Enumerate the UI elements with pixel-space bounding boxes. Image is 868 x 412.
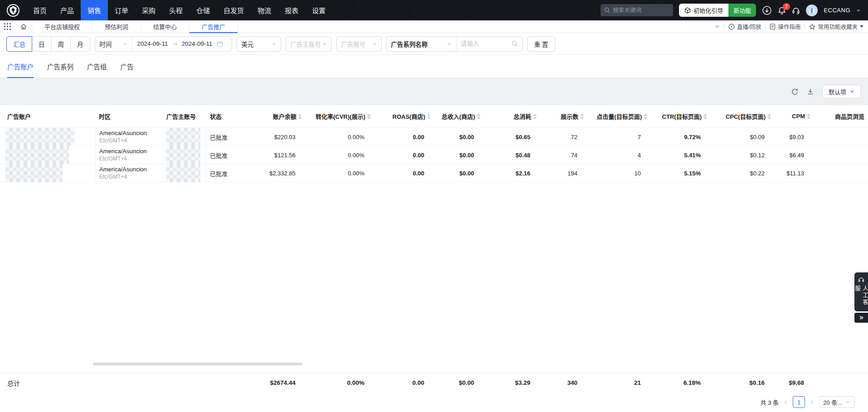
divider	[805, 24, 805, 29]
table-row[interactable]: America/AsuncionEtc/GMT+4 已批准 $2,332.85 …	[0, 164, 868, 182]
nav-item-first-leg[interactable]: 头程	[162, 0, 189, 20]
subtab-ad-account[interactable]: 广告账户	[7, 55, 34, 78]
app-logo-icon[interactable]	[0, 4, 26, 17]
table-row[interactable]: America/AsuncionEtc/GMT+4 已批准 $220.03 0.…	[0, 128, 868, 146]
init-guide-button[interactable]: 初始化引导	[679, 4, 728, 17]
search-icon[interactable]	[512, 41, 518, 47]
play-circle-icon	[728, 24, 735, 30]
nav-item-self-shipping[interactable]: 自发货	[217, 0, 251, 20]
range-summary-button[interactable]: 汇总	[6, 36, 32, 52]
nav-item-sales[interactable]: 销售	[81, 0, 108, 20]
sort-icon[interactable]	[703, 114, 707, 119]
operation-guide-link[interactable]: 操作指南	[770, 22, 800, 31]
new-feature-button[interactable]: 新功能	[728, 4, 756, 17]
workspace-tab-settlement[interactable]: 结算中心	[141, 20, 189, 33]
download-circle-icon[interactable]	[762, 5, 772, 15]
nav-item-warehouse[interactable]: 仓储	[189, 0, 217, 20]
cvr-cell: 0.00%	[303, 152, 372, 159]
col-header-ctr[interactable]: CTR(目标页面)	[648, 112, 708, 121]
export-download-icon[interactable]	[807, 88, 814, 95]
global-search[interactable]	[601, 4, 673, 16]
timezone-cell: America/AsuncionEtc/GMT+4	[95, 164, 164, 182]
nav-item-purchasing[interactable]: 采购	[135, 0, 162, 20]
divider	[765, 24, 766, 29]
subtab-ad-group[interactable]: 广告组	[87, 55, 107, 78]
notification-bell-icon[interactable]: 2	[778, 6, 786, 15]
sort-icon[interactable]	[767, 114, 771, 119]
filter-bar: 汇总 日 周 月 时间 2024-09-11 2024-09-11	[0, 33, 868, 55]
account-chevron-icon[interactable]	[856, 8, 861, 13]
campaign-field-select[interactable]: 广告系列名称	[387, 37, 456, 51]
sort-icon[interactable]	[477, 114, 480, 119]
col-header-impressions[interactable]: 展示数	[538, 112, 585, 121]
nav-item-home[interactable]: 首页	[26, 0, 53, 20]
col-header-clicks[interactable]: 点击量(目标页面)	[585, 112, 648, 121]
search-input[interactable]	[613, 7, 667, 14]
subtab-campaign[interactable]: 广告系列	[47, 55, 73, 78]
range-day-button[interactable]: 日	[32, 36, 52, 52]
sort-icon[interactable]	[298, 114, 302, 119]
collapse-panel-button[interactable]	[854, 313, 868, 323]
account-name[interactable]: ECCANG	[824, 7, 850, 14]
col-header-cpm[interactable]: CPM	[772, 113, 811, 120]
date-range-picker[interactable]: 2024-09-11 2024-09-11	[132, 37, 232, 51]
chevron-down-icon	[846, 400, 850, 404]
subtab-ad[interactable]: 广告	[121, 55, 134, 78]
col-header-cvr[interactable]: 转化率(CVR)(展示)	[303, 112, 372, 121]
sort-icon[interactable]	[367, 114, 371, 119]
page-number-button[interactable]: 1	[793, 396, 805, 408]
cube-icon	[684, 7, 691, 14]
sort-icon[interactable]	[644, 114, 647, 119]
user-avatar[interactable]	[806, 5, 818, 16]
col-header-spend[interactable]: 总消耗	[481, 112, 538, 121]
range-month-button[interactable]: 月	[70, 36, 90, 52]
total-cpc: $0.16	[708, 379, 772, 386]
refresh-icon[interactable]	[791, 88, 799, 96]
table-row[interactable]: America/AsuncionEtc/GMT+4 已批准 $121.56 0.…	[0, 146, 868, 164]
range-week-button[interactable]: 周	[51, 36, 71, 52]
tabbar-right-cluster: 直播/回放 操作指南 常用功能收藏夹	[715, 20, 868, 33]
customer-service-label: 人工客服	[853, 286, 868, 311]
next-page-icon[interactable]	[810, 400, 815, 405]
sort-icon[interactable]	[580, 114, 584, 119]
nav-item-orders[interactable]: 订单	[108, 0, 135, 20]
top-navbar: 首页 产品 销售 订单 采购 头程 仓储 自发货 物流 报表 设置	[0, 0, 868, 20]
nav-item-reports[interactable]: 报表	[278, 0, 305, 20]
live-replay-link[interactable]: 直播/回放	[728, 22, 761, 31]
advertiser-account-select[interactable]: 广告主账号	[286, 36, 332, 52]
nav-item-products[interactable]: 产品	[53, 0, 81, 20]
favorites-link[interactable]: 常用功能收藏夹	[809, 22, 863, 31]
ad-account-select[interactable]: 广告账号	[336, 36, 382, 52]
sort-icon[interactable]	[807, 114, 810, 119]
nav-item-logistics[interactable]: 物流	[251, 0, 278, 20]
cpm-cell: $6.49	[772, 152, 811, 159]
reset-button[interactable]: 重 置	[527, 36, 556, 52]
keyword-input[interactable]	[461, 40, 506, 47]
prev-page-icon[interactable]	[783, 400, 788, 405]
cpc-cell: $0.12	[708, 152, 772, 159]
nav-item-settings[interactable]: 设置	[305, 0, 332, 20]
workspace-tab-estimated-profit[interactable]: 预估利润	[92, 20, 141, 33]
home-icon[interactable]	[15, 20, 32, 33]
headset-icon[interactable]	[792, 6, 800, 15]
ad-account-redacted	[0, 146, 95, 164]
col-header-roas[interactable]: ROAS(商店)	[372, 112, 432, 121]
time-type-select[interactable]: 时间	[95, 37, 132, 51]
sort-icon[interactable]	[533, 114, 537, 119]
col-header-cpc[interactable]: CPC(目标页面)	[708, 112, 772, 121]
column-preset-label: 默认项	[829, 87, 846, 96]
page-size-select[interactable]: 20 条...	[819, 396, 854, 408]
col-header-revenue[interactable]: 总收入(商店)	[432, 112, 481, 121]
column-preset-button[interactable]: 默认项	[822, 85, 861, 98]
cpc-cell: $0.09	[708, 134, 772, 141]
currency-select[interactable]: 美元	[237, 36, 281, 52]
status-cell: 已批准	[206, 151, 247, 160]
horizontal-scrollbar[interactable]	[93, 363, 302, 365]
workspace-tab-ad-promotion[interactable]: 广告推广	[189, 20, 238, 33]
customer-service-button[interactable]: 人工客服	[854, 272, 868, 311]
workspace-tab-platform-auth[interactable]: 平台店铺授权	[32, 20, 92, 33]
tabs-collapse-chevron-icon[interactable]	[715, 24, 720, 29]
col-header-balance[interactable]: 账户余额	[247, 112, 303, 121]
sort-icon[interactable]	[427, 114, 431, 119]
apps-grid-icon[interactable]	[0, 20, 15, 33]
